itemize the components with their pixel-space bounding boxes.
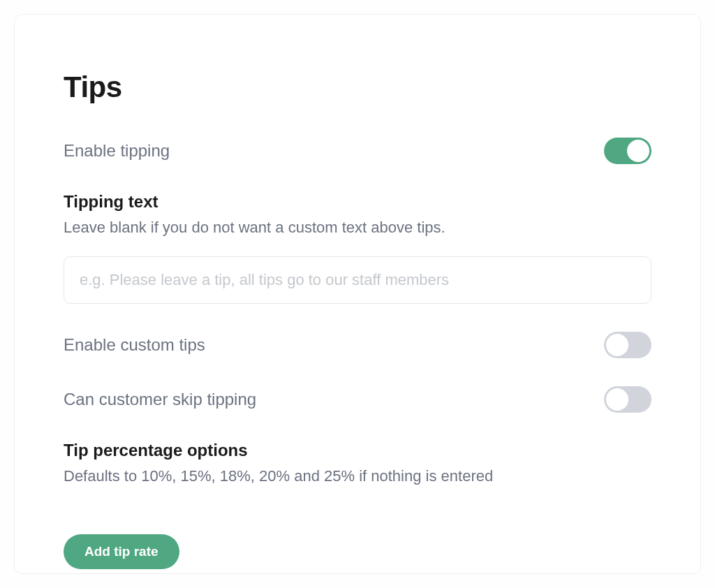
add-tip-rate-button[interactable]: Add tip rate [64,534,179,569]
can-skip-tipping-toggle[interactable] [604,386,651,413]
tip-percentage-section: Tip percentage options Defaults to 10%, … [64,441,651,485]
tipping-text-heading: Tipping text [64,192,651,212]
enable-custom-tips-label: Enable custom tips [64,335,205,355]
tip-percentage-heading: Tip percentage options [64,441,651,460]
tipping-text-section: Tipping text Leave blank if you do not w… [64,192,651,332]
enable-custom-tips-toggle[interactable] [604,332,651,358]
page-title: Tips [64,71,651,104]
enable-tipping-row: Enable tipping [64,138,651,164]
tipping-text-subtext: Leave blank if you do not want a custom … [64,219,651,237]
tipping-text-input[interactable] [64,256,651,304]
can-skip-tipping-label: Can customer skip tipping [64,390,256,409]
enable-tipping-label: Enable tipping [64,141,170,161]
toggle-knob [606,334,628,356]
enable-custom-tips-row: Enable custom tips [64,332,651,358]
tips-settings-card: Tips Enable tipping Tipping text Leave b… [14,14,701,574]
toggle-knob [627,140,649,162]
enable-tipping-toggle[interactable] [604,138,651,164]
can-skip-tipping-row: Can customer skip tipping [64,386,651,413]
toggle-knob [606,388,628,411]
tip-percentage-subtext: Defaults to 10%, 15%, 18%, 20% and 25% i… [64,467,651,485]
